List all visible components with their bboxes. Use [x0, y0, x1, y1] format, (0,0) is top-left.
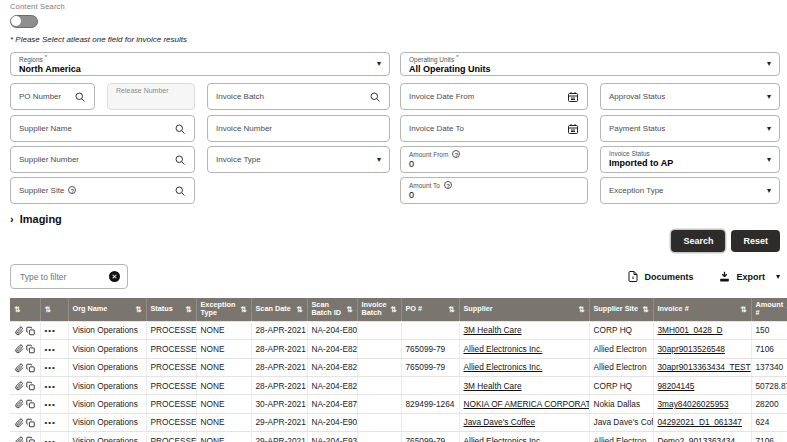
documents-button[interactable]: Documents: [627, 270, 693, 283]
cell-scan_date: 30-APR-2021: [251, 395, 307, 413]
calendar-icon[interactable]: [567, 91, 579, 103]
supplier-site-field[interactable]: Supplier Site?: [10, 177, 195, 204]
sort-icon[interactable]: ⇅: [185, 305, 191, 314]
amount-to-field[interactable]: Amount To? 0: [400, 177, 588, 204]
amount-from-field[interactable]: Amount From? 0: [400, 146, 588, 173]
invoice-type-select[interactable]: Invoice Type ▾: [207, 146, 390, 173]
sort-icon[interactable]: ⇅: [448, 305, 454, 314]
more-actions-icon[interactable]: •••: [45, 363, 56, 372]
chevron-right-icon[interactable]: ›: [10, 213, 14, 225]
sort-icon[interactable]: ⇅: [45, 305, 51, 314]
more-actions-icon[interactable]: •••: [45, 437, 56, 442]
approval-status-select[interactable]: Approval Status ▾: [600, 83, 780, 110]
sort-icon[interactable]: ⇅: [14, 305, 20, 314]
exception-type-select[interactable]: Exception Type ▾: [600, 177, 780, 204]
supplier-link[interactable]: Allied Electronics Inc.: [464, 344, 543, 354]
cell-invoice_batch: [357, 340, 401, 358]
table-row: •••Vision OperationsPROCESSEDNONE28-APR-…: [10, 358, 787, 376]
cell-amount: 7106: [751, 340, 787, 358]
supplier-link[interactable]: Java Dave's Coffee: [464, 417, 536, 427]
table-filter-box[interactable]: ✕: [10, 264, 128, 289]
invoice_number-link[interactable]: 30apr9013363434_TEST: [658, 362, 751, 372]
cell-exception_type: NONE: [196, 432, 251, 442]
cell-amount: 50728.87: [751, 376, 787, 394]
attachment-icon[interactable]: [15, 326, 24, 336]
search-icon[interactable]: [174, 154, 186, 166]
supplier-link[interactable]: NOKIA OF AMERICA CORPORATION: [464, 399, 590, 409]
sort-icon[interactable]: ⇅: [740, 305, 746, 314]
search-icon[interactable]: [369, 91, 381, 103]
invoice_number-link[interactable]: 3may84026025953: [658, 399, 729, 409]
copy-icon[interactable]: [26, 436, 35, 442]
copy-icon[interactable]: [26, 381, 35, 391]
supplier-link[interactable]: 3M Health Care: [464, 325, 522, 335]
copy-icon[interactable]: [26, 363, 35, 373]
invoice-status-select[interactable]: Invoice Status Imported to AP ▾: [600, 146, 780, 173]
cell-po_number: 765099-79: [401, 358, 459, 376]
po-number-field[interactable]: PO Number: [10, 83, 95, 110]
export-caret-icon[interactable]: ▾: [776, 272, 780, 281]
supplier-link[interactable]: 3M Health Care: [464, 381, 522, 391]
row-icons-cell: [10, 340, 40, 358]
supplier-name-field[interactable]: Supplier Name: [10, 115, 195, 142]
cell-org_name: Vision Operations: [68, 413, 146, 431]
search-button[interactable]: Search: [671, 230, 725, 252]
attachment-icon[interactable]: [15, 381, 24, 391]
cell-org_name: Vision Operations: [68, 358, 146, 376]
supplier-link[interactable]: Allied Electronics Inc.: [464, 362, 543, 372]
content-search-toggle[interactable]: [10, 15, 38, 28]
attachment-icon[interactable]: [15, 418, 24, 428]
invoice-date-from-field[interactable]: Invoice Date From: [400, 83, 588, 110]
sort-icon[interactable]: ⇅: [390, 305, 396, 314]
search-icon[interactable]: [74, 91, 86, 103]
imaging-section-header[interactable]: › Imaging: [10, 213, 780, 225]
column-label: Invoice #: [658, 305, 738, 313]
copy-icon[interactable]: [26, 344, 35, 354]
clear-filter-icon[interactable]: ✕: [109, 271, 120, 282]
export-button[interactable]: Export: [718, 270, 765, 283]
regions-select[interactable]: Regions* North America ▾: [10, 52, 390, 76]
reset-button[interactable]: Reset: [731, 230, 780, 252]
invoice-number-label: Invoice Number: [216, 124, 272, 133]
amount-from-value: 0: [409, 159, 579, 169]
payment-status-select[interactable]: Payment Status ▾: [600, 115, 780, 142]
sort-icon[interactable]: ⇅: [578, 305, 584, 314]
calendar-icon[interactable]: [567, 123, 579, 135]
sort-icon[interactable]: ⇅: [346, 305, 352, 314]
copy-icon[interactable]: [26, 326, 35, 336]
cell-status: PROCESSED: [146, 340, 196, 358]
sort-icon[interactable]: ⇅: [296, 305, 302, 314]
invoice_number-link[interactable]: 98204145: [658, 381, 695, 391]
invoice-batch-field[interactable]: Invoice Batch: [207, 83, 390, 110]
attachment-icon[interactable]: [15, 344, 24, 354]
sort-icon[interactable]: ⇅: [642, 305, 648, 314]
copy-icon[interactable]: [26, 418, 35, 428]
supplier-number-field[interactable]: Supplier Number: [10, 146, 195, 173]
table-filter-input[interactable]: [18, 271, 109, 283]
invoice-date-to-field[interactable]: Invoice Date To: [400, 115, 588, 142]
attachment-icon[interactable]: [15, 363, 24, 373]
search-icon[interactable]: [174, 185, 186, 197]
invoice_number-link[interactable]: 3MH001_0428_D: [658, 325, 723, 335]
invoice_number-link[interactable]: Demo2_9013363434: [658, 436, 736, 442]
more-actions-icon[interactable]: •••: [45, 382, 56, 391]
invoice_number-link[interactable]: 30apr9013526548: [658, 344, 725, 354]
column-label: Amount #: [756, 301, 784, 318]
sort-icon[interactable]: ⇅: [240, 305, 246, 314]
supplier-name-label: Supplier Name: [19, 124, 72, 133]
copy-icon[interactable]: [26, 399, 35, 409]
operating-units-select[interactable]: Operating Units* All Operating Units ▾: [400, 52, 780, 76]
more-actions-icon[interactable]: •••: [45, 418, 56, 427]
col-header-supplier_site: Supplier Site⇅: [589, 298, 653, 321]
more-actions-icon[interactable]: •••: [45, 326, 56, 335]
more-actions-icon[interactable]: •••: [45, 345, 56, 354]
attachment-icon[interactable]: [15, 399, 24, 409]
supplier-link[interactable]: Allied Electronics Inc.: [464, 436, 543, 442]
sort-icon[interactable]: ⇅: [135, 305, 141, 314]
search-icon[interactable]: [174, 123, 186, 135]
attachment-icon[interactable]: [15, 436, 24, 442]
invoice-number-field[interactable]: Invoice Number: [207, 115, 390, 142]
more-actions-icon[interactable]: •••: [45, 400, 56, 409]
cell-scan_date: 28-APR-2021: [251, 358, 307, 376]
invoice_number-link[interactable]: 04292021_D1_061347: [658, 417, 742, 427]
